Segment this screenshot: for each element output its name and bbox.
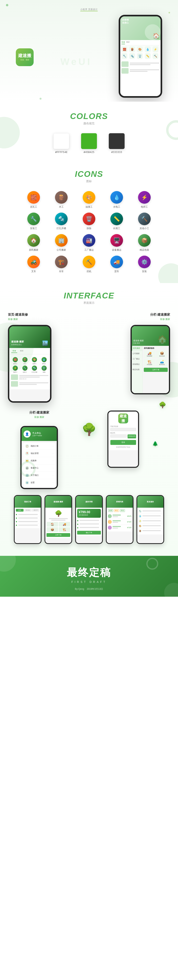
icon-dianhanjie: ⚡ 电焊工 <box>133 191 156 208</box>
detail-item-3[interactable]: › <box>77 526 101 530</box>
sidebar-item-3[interactable]: 设备搬运 <box>132 362 143 367</box>
order-text-1 <box>18 514 38 515</box>
order-btn[interactable]: 立即下单 <box>144 368 168 372</box>
colors-row: #FFFF54E #45B425 #333333 <box>12 133 166 154</box>
order-item-1[interactable]: › <box>16 513 40 516</box>
detail-item-1[interactable]: › <box>77 519 101 522</box>
menu-icon-4: 🎨 <box>138 525 142 528</box>
detail-dot-2 <box>77 523 78 525</box>
order-tab-progress[interactable]: 进行中 <box>32 509 40 512</box>
app-name: 建速搬 <box>18 53 31 58</box>
service-order-btn[interactable]: 立即下单 <box>47 533 70 537</box>
service-mini-3[interactable]: 📦 <box>47 527 58 532</box>
news-line-1 <box>130 62 159 64</box>
tag-all[interactable]: 全部 <box>108 509 113 512</box>
profile-menu-order[interactable]: 📋 我的订单 › <box>23 442 55 450</box>
order-arrow-1: › <box>39 514 40 515</box>
color-swatch-green <box>81 133 97 149</box>
order-list-header: 我的订单 <box>14 496 41 508</box>
detail-item-2[interactable]: › <box>77 522 101 526</box>
icon-circle-5: ⚡ <box>138 191 151 204</box>
service-8[interactable]: 🗑️拆除 <box>40 366 49 373</box>
order-item-2[interactable]: › <box>16 516 40 520</box>
service-card-2[interactable]: 📦 精品包装 <box>156 350 168 358</box>
phone-header-text: 好师傅在您心 <box>122 18 129 24</box>
icon-circle-15: 📦 <box>138 234 151 247</box>
color-item-green: #45B425 <box>81 133 97 154</box>
split-phone-header-content: 建速搬-搬家 装修 搬家 <box>133 339 144 344</box>
worker-item-1[interactable]: ¥80/h <box>108 513 131 519</box>
menu-arrow-2: › <box>162 515 162 517</box>
order-tab-all[interactable]: 全部 <box>16 509 24 512</box>
menu-item-4[interactable]: 🎨 › <box>138 523 162 528</box>
service-4[interactable]: 💧水电工 <box>40 357 49 365</box>
tag-near[interactable]: 附近 <box>114 509 119 512</box>
service-mini-1[interactable]: 🏠 <box>47 522 58 527</box>
order-tab-pending[interactable]: 待付款 <box>24 509 32 512</box>
login-code-field[interactable] <box>111 434 127 438</box>
menu-item-1[interactable]: 🔧 › <box>138 509 162 514</box>
service-label-3: 油漆工 <box>32 363 37 365</box>
phone-tab-active: 装修 <box>122 41 125 44</box>
news-1: 2019-03-13 <box>11 374 48 380</box>
menu-item-2[interactable]: 💧 › <box>138 514 162 519</box>
phone-icon-4: 💧 <box>145 46 151 52</box>
get-code-btn[interactable]: 获取验证码 <box>128 434 136 438</box>
profile-arrow-4: › <box>53 467 53 469</box>
service-card-1[interactable]: 🚚 普通搬家 <box>144 350 156 358</box>
profile-menu-address[interactable]: 📍 地址管理 › <box>23 450 55 457</box>
service-card-4[interactable]: 🛋️ 家具拆装 <box>156 359 168 366</box>
service-7[interactable]: 🔩打孔开槽 <box>30 366 39 373</box>
price-header: 服务详情 <box>76 496 102 508</box>
service-mini-2[interactable]: 🚚 <box>59 522 71 527</box>
color-swatch-dark <box>109 133 125 149</box>
order-item-3[interactable]: › <box>16 520 40 523</box>
service-card-3[interactable]: 🏗️ 吊装服务 <box>144 359 156 366</box>
profile-avatar: 👤 <box>24 431 30 438</box>
sidebar-item-active[interactable]: 居民搬家 <box>132 346 143 351</box>
service-label-4: 水电工 <box>42 363 46 365</box>
login-phone-row: 建速搬 手机号登录 验证码 获取验证码 登录 登录即同意用户协议 <box>107 410 170 468</box>
sidebar-item-1[interactable]: 公司搬家 <box>132 351 143 356</box>
login-phone-field[interactable] <box>111 428 136 431</box>
order-text-4 <box>18 525 38 526</box>
worker-name-3 <box>112 526 121 527</box>
service-3[interactable]: 🎨油漆工 <box>30 357 39 365</box>
profile-arrow-2: › <box>53 453 53 454</box>
tag-rating[interactable]: 评分 <box>120 509 125 512</box>
menu-item-3[interactable]: ⚡ › <box>138 519 162 523</box>
footer-section: 最终定稿 FIRST DRAFT By:Qeng 2019年3月13日 <box>0 556 178 597</box>
service-card-label-2: 精品包装 <box>157 355 167 357</box>
profile-menu-setting[interactable]: ⚙️ 设置 › <box>23 479 55 486</box>
worker-item-3[interactable]: ¥70/h <box>108 525 131 530</box>
menu-item-5[interactable]: 🪵 › <box>138 528 162 533</box>
profile-sublabel: 装修 搬家 <box>29 415 49 419</box>
profile-menu-label-setting: 设置 <box>30 481 35 484</box>
main-phone-subtitle: 好师傅在您心 <box>11 344 24 346</box>
price-confirm-btn[interactable]: 确认下单 <box>77 531 101 535</box>
sidebar-item-2[interactable]: 工厂搬运 <box>132 356 143 361</box>
login-btn[interactable]: 登录 <box>111 440 136 445</box>
sidebar-item-4[interactable]: 精品包装 <box>132 367 143 372</box>
icon-circle-4: 💧 <box>111 191 123 204</box>
worker-item-2[interactable]: ¥75/h <box>108 519 131 525</box>
deco-dot-2 <box>168 12 170 13</box>
icon-circle-9: 📏 <box>111 213 123 225</box>
phone-icon-9: 📏 <box>145 53 151 59</box>
deco-circle-right <box>166 120 178 140</box>
icons-deco-circle <box>158 263 178 283</box>
footer-deco-3 <box>146 558 158 570</box>
hero-section: 小程序 页面设计 建速搬 装修、搬家 WeUI 好师傅在您心 🏠 <box>0 0 178 102</box>
menu-list-phone: 更多服务 🔧 › 💧 › ⚡ › <box>136 495 164 544</box>
profile-phone-num: 138****8888 <box>32 434 42 437</box>
worker-price-2: ¥75/h <box>127 521 131 523</box>
order-item-4[interactable]: › <box>16 523 40 527</box>
order-dot-4 <box>16 525 17 526</box>
split-header-sub: 装修 搬家 <box>133 342 144 344</box>
menu-text-5 <box>143 530 161 531</box>
login-screen: 建速搬 手机号登录 验证码 获取验证码 登录 登录即同意用户协议 <box>108 412 138 467</box>
phone-icon-6: 🔧 <box>122 53 127 59</box>
icons-section: ICONS 图标 🧱 泥瓦工 🪵 木工 🎨 油漆工 💧 水电工 ⚡ 电焊工 🔧 … <box>0 164 178 283</box>
service-mini-4[interactable]: 🏗️ <box>59 527 71 532</box>
menu-text-1 <box>143 511 161 511</box>
